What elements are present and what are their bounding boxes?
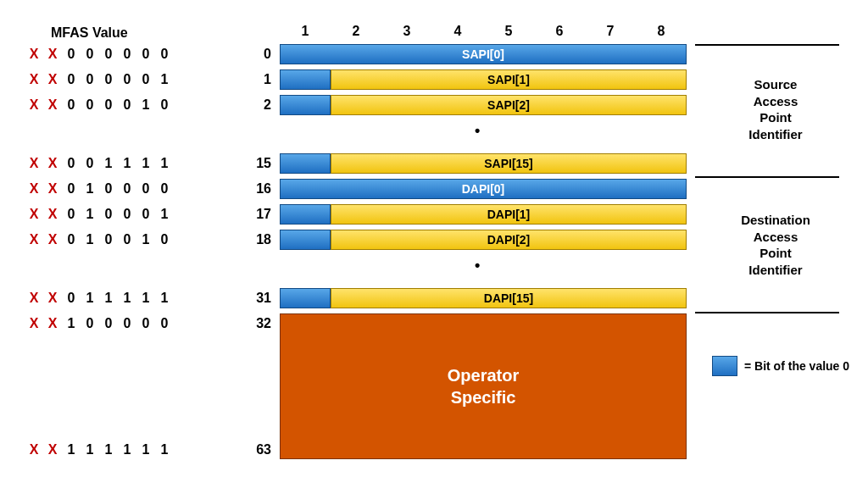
mfas-row: XX011111 — [29, 291, 170, 306]
mfas-bit-x: X — [47, 47, 58, 62]
mfas-bit: 1 — [159, 156, 170, 171]
mfas-bit: 1 — [159, 291, 170, 306]
row-sapi-2: SAPI[2] — [280, 95, 687, 115]
mfas-bit: 0 — [159, 97, 170, 113]
row-number: 32 — [246, 316, 271, 331]
ellipsis-dot: • — [475, 257, 480, 274]
mfas-bit-x: X — [29, 97, 39, 113]
column-number: 7 — [585, 24, 636, 39]
dapi2-bar: DAPI[2] — [331, 230, 687, 250]
row-sapi-15: SAPI[15] — [280, 153, 687, 174]
mfas-bit: 1 — [122, 442, 132, 458]
operator-specific-block: OperatorSpecific — [280, 313, 687, 459]
bit0-stub — [280, 288, 331, 308]
mfas-row: XX000000 — [29, 47, 170, 62]
mfas-bit: 0 — [122, 207, 132, 222]
mfas-bit: 0 — [85, 316, 95, 331]
mfas-bit: 0 — [66, 232, 76, 247]
mfas-bit-x: X — [29, 47, 39, 62]
mfas-bit: 0 — [103, 232, 114, 247]
mfas-bit-x: X — [47, 291, 58, 306]
mfas-bit: 1 — [141, 442, 151, 458]
row-number: 63 — [246, 442, 271, 458]
row-sapi-0: SAPI[0] — [280, 44, 687, 64]
column-number: 8 — [636, 24, 687, 39]
mfas-bit: 0 — [141, 72, 151, 87]
mfas-bit-x: X — [29, 72, 39, 87]
dapi1-bar: DAPI[1] — [331, 204, 687, 225]
mfas-bit: 1 — [66, 442, 76, 458]
mfas-row: XX010000 — [29, 181, 170, 197]
mfas-bit: 1 — [141, 97, 151, 113]
label-sapi: SourceAccessPointIdentifier — [712, 76, 839, 142]
mfas-bit: 0 — [66, 47, 76, 62]
mfas-bit: 0 — [122, 316, 132, 331]
mfas-bit: 1 — [85, 232, 95, 247]
bit0-stub — [280, 230, 331, 250]
mfas-bit: 1 — [122, 291, 132, 306]
mfas-bit: 1 — [159, 442, 170, 458]
mfas-bit-x: X — [29, 316, 39, 331]
sapi15-bar: SAPI[15] — [331, 153, 687, 174]
mfas-bit-x: X — [47, 72, 58, 87]
mfas-bit-x: X — [29, 232, 39, 247]
mfas-row: XX100000 — [29, 316, 170, 331]
legend-swatch-blue — [712, 356, 737, 376]
rule-mid — [695, 176, 839, 178]
row-dapi-15: DAPI[15] — [280, 288, 687, 308]
row-number: 0 — [246, 47, 271, 62]
column-number: 1 — [280, 24, 331, 39]
mfas-bit: 0 — [141, 181, 151, 197]
row-number: 18 — [246, 232, 271, 247]
row-number: 1 — [246, 72, 271, 87]
mfas-bit: 1 — [141, 156, 151, 171]
mfas-bit: 0 — [122, 181, 132, 197]
mfas-bit: 1 — [141, 291, 151, 306]
mfas-bit: 0 — [159, 181, 170, 197]
mfas-bit-x: X — [29, 156, 39, 171]
row-number: 31 — [246, 291, 271, 306]
mfas-bit: 0 — [66, 207, 76, 222]
bit0-stub — [280, 69, 331, 90]
mfas-bit: 1 — [85, 442, 95, 458]
bit0-stub — [280, 204, 331, 225]
column-number: 4 — [432, 24, 483, 39]
mfas-bit: 1 — [141, 232, 151, 247]
row-number: 2 — [246, 97, 271, 113]
mfas-bit-x: X — [29, 181, 39, 197]
mfas-bit-x: X — [47, 442, 58, 458]
rule-bot — [695, 312, 839, 313]
mfas-bit: 0 — [103, 316, 114, 331]
mfas-bit: 0 — [85, 72, 95, 87]
mfas-bit: 0 — [85, 47, 95, 62]
mfas-bit: 0 — [122, 97, 132, 113]
column-number: 3 — [381, 24, 432, 39]
mfas-bit-x: X — [47, 156, 58, 171]
mfas-bit: 1 — [85, 181, 95, 197]
column-number: 5 — [483, 24, 534, 39]
legend: = Bit of the value 0 — [712, 356, 849, 376]
mfas-bit-x: X — [47, 232, 58, 247]
mfas-bit: 0 — [103, 181, 114, 197]
column-numbers: 12345678 — [280, 24, 687, 39]
mfas-bit: 0 — [141, 316, 151, 331]
row-dapi-0: DAPI[0] — [280, 179, 687, 199]
mfas-bit: 0 — [141, 207, 151, 222]
mfas-bit: 0 — [159, 316, 170, 331]
mfas-bit: 0 — [122, 232, 132, 247]
mfas-bit: 1 — [122, 156, 132, 171]
mfas-bit: 0 — [103, 72, 114, 87]
column-number: 2 — [331, 24, 381, 39]
mfas-bit: 0 — [141, 47, 151, 62]
mfas-bit: 0 — [103, 207, 114, 222]
column-number: 6 — [534, 24, 585, 39]
mfas-row: XX010001 — [29, 207, 170, 222]
mfas-row: XX010010 — [29, 232, 170, 247]
mfas-row: XX111111 — [29, 442, 170, 458]
row-sapi-1: SAPI[1] — [280, 69, 687, 90]
mfas-bit: 1 — [159, 72, 170, 87]
mfas-bit-x: X — [47, 181, 58, 197]
row-dapi-2: DAPI[2] — [280, 230, 687, 250]
mfas-bit: 0 — [66, 156, 76, 171]
diagram-root: MFAS Value XX000000XX000001XX000010XX001… — [0, 0, 868, 488]
